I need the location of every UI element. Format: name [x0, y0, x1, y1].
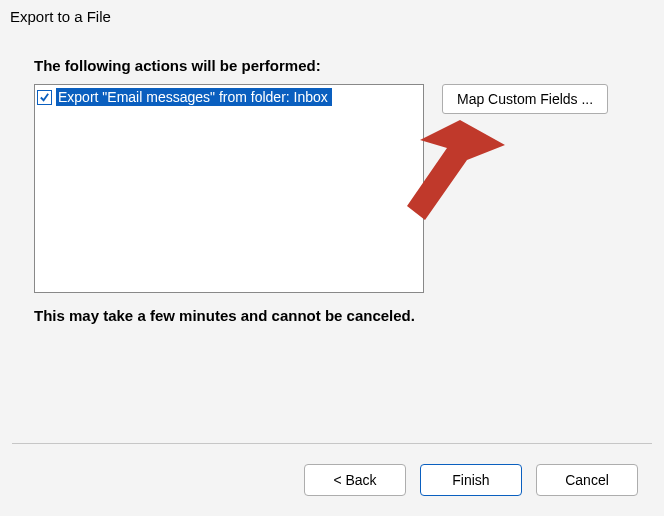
back-button[interactable]: < Back: [304, 464, 406, 496]
separator: [12, 443, 652, 444]
finish-button[interactable]: Finish: [420, 464, 522, 496]
actions-label: The following actions will be performed:: [34, 57, 640, 74]
list-item-label: Export "Email messages" from folder: Inb…: [56, 88, 332, 106]
warning-note: This may take a few minutes and cannot b…: [34, 307, 640, 324]
actions-listbox[interactable]: Export "Email messages" from folder: Inb…: [34, 84, 424, 293]
checkbox-icon[interactable]: [37, 90, 52, 105]
window-title: Export to a File: [0, 0, 664, 37]
actions-row: Export "Email messages" from folder: Inb…: [34, 84, 640, 293]
main-content: The following actions will be performed:…: [0, 37, 664, 324]
cancel-button[interactable]: Cancel: [536, 464, 638, 496]
map-custom-fields-button[interactable]: Map Custom Fields ...: [442, 84, 608, 114]
list-item[interactable]: Export "Email messages" from folder: Inb…: [37, 87, 421, 107]
footer-buttons: < Back Finish Cancel: [304, 464, 638, 496]
